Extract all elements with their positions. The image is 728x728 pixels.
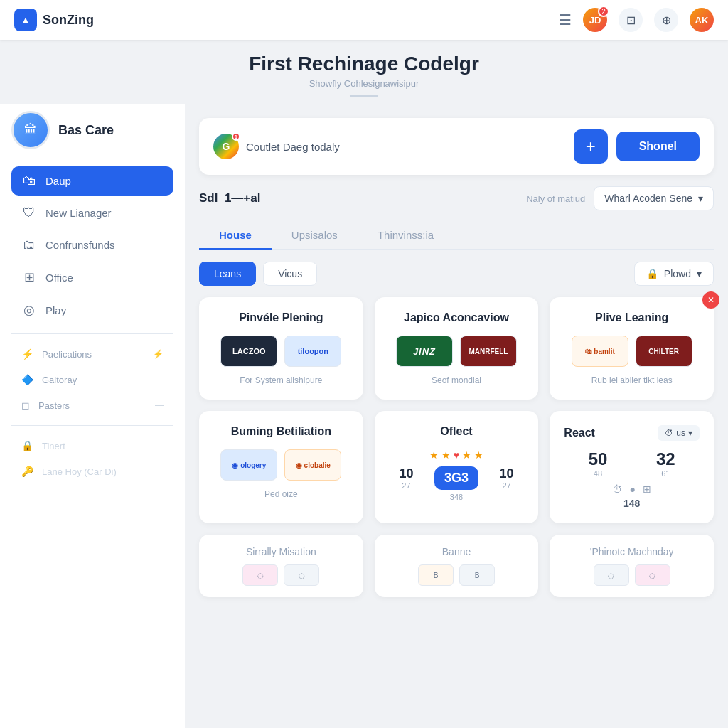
us-badge-label: us (676, 428, 685, 438)
galtoray-icon: 🔷 (21, 374, 33, 385)
us-badge[interactable]: ⏱ us ▾ (658, 425, 700, 441)
sidebar: 🏛 Bas Care 🛍 Daup 🛡 New Lianager 🗂 Confr… (0, 40, 185, 728)
card-pinvele: Pinvéle Plening LACZOO tiloopon For Syst… (199, 297, 363, 400)
timer-icon: ⏱ (665, 428, 673, 438)
logo-clobalie: ◉ clobalie (284, 449, 341, 481)
lane-label: Lane Hoy (Car Di) (42, 466, 117, 477)
sidebar-footer-tinert[interactable]: 🔒 Tinert (11, 434, 173, 457)
bottom-card-sirrally: Sirrally Misation ◌ ◌ (199, 535, 363, 597)
page-subtitle: Showfly Cohlesignawisipur (0, 78, 728, 89)
star2: ★ (441, 449, 451, 461)
card-buming-desc: Ped oize (213, 489, 349, 499)
bottom-logo-1a: ◌ (242, 564, 278, 586)
card-plive-logos: 🛍 bamlit CHILTER (564, 336, 700, 367)
layout: 🏛 Bas Care 🛍 Daup 🛡 New Lianager 🗂 Confr… (0, 40, 728, 728)
main-content: G 1 Coutlet Daeg todaly + Shonel Sdl_1—+… (185, 40, 728, 728)
card-japico-logos: JINZ MANRFELL (389, 336, 525, 367)
profile-section: 🏛 Bas Care (11, 111, 173, 149)
search-input-wrapper: G 1 Coutlet Daeg todaly (213, 134, 565, 159)
close-badge[interactable]: ✕ (702, 291, 719, 309)
sidebar-item-play[interactable]: ◎ Play (11, 295, 173, 325)
sidebar-item-play-label: Play (46, 304, 66, 316)
galtoray-right: — (155, 375, 164, 385)
logo-laczoo: LACZOO (220, 336, 277, 367)
page-title: First Rechinage Codelgr (0, 53, 728, 75)
sidebar-item-office-label: Office (46, 272, 73, 284)
plowd-select[interactable]: 🔒 Plowd ▾ (634, 262, 714, 286)
card-buming-logos: ◉ ologery ◉ clobalie (213, 449, 349, 481)
card-pinvele-title: Pinvéle Plening (213, 311, 349, 324)
sidebar-footer-lane[interactable]: 🔑 Lane Hoy (Car Di) (11, 460, 173, 483)
filter-select[interactable]: Wharl Acoden Sene ▾ (594, 186, 714, 210)
react-sub2: 61 (656, 469, 675, 478)
plowd-chevron-icon: ▾ (697, 268, 702, 279)
paelications-label: Paelications (42, 349, 92, 360)
stars-row: ★ ★ ♥ ★ ★ (389, 449, 525, 461)
logo-ologery: ◉ ologery (220, 449, 277, 481)
oflect-total: 348 (389, 493, 525, 501)
search-action-bar: G 1 Coutlet Daeg todaly + Shonel (199, 118, 714, 175)
bottom-logo-2a: B (418, 564, 454, 586)
sidebar-divider2 (11, 425, 173, 426)
paelications-right: ⚡ (153, 349, 164, 359)
react-icon2: ● (629, 483, 635, 495)
daup-icon: 🛍 (21, 173, 37, 188)
confrunds-icon: 🗂 (21, 237, 37, 252)
react-big2: 32 (656, 449, 675, 469)
chevron-down-icon: ▾ (698, 193, 703, 204)
logo-chilter: CHILTER (636, 336, 692, 367)
bottom-logo-2b: B (459, 564, 495, 586)
logo-bamlit: 🛍 bamlit (572, 336, 628, 367)
logo-manrfell: MANRFELL (460, 336, 517, 367)
tab-thinvinss[interactable]: Thinvinss:ia (358, 222, 454, 250)
sidebar-item-confrunds[interactable]: 🗂 Confrunsfunds (11, 230, 173, 259)
react-card-header: React ⏱ us ▾ (564, 425, 700, 441)
shonel-button[interactable]: Shonel (616, 132, 700, 161)
bottom-card-banne-title: Banne (386, 546, 528, 557)
bottom-logo-1b: ◌ (284, 564, 319, 586)
filter-title: Sdl_1—+al (199, 191, 518, 205)
screen-share-icon[interactable]: ⊡ (619, 8, 643, 32)
oflect-right-num: 10 (500, 466, 514, 481)
bottom-logo-3b: ◌ (635, 564, 670, 586)
add-button[interactable]: + (574, 129, 608, 164)
star1: ★ (429, 449, 439, 461)
search-text[interactable]: Coutlet Daeg todaly (246, 141, 565, 153)
card-pinvele-logos: LACZOO tiloopon (213, 336, 349, 367)
logo-area: ▲ SonZing (14, 9, 94, 31)
react-numbers: 50 48 32 61 (564, 449, 700, 478)
logo-jinz: JINZ (396, 336, 453, 367)
tab-house[interactable]: House (199, 222, 272, 250)
profile-avatar: 🏛 (11, 111, 50, 149)
bottom-logo-row-2: B B (386, 564, 528, 586)
bottom-logo-row-3: ◌ ◌ (561, 564, 702, 586)
bottom-card-phinotc: 'Phinotc Machnday ◌ ◌ (550, 535, 714, 597)
tab-upsisalos[interactable]: Upsisalos (272, 222, 358, 250)
views-toggle[interactable]: Vicus (263, 262, 317, 286)
star3: ♥ (454, 449, 459, 461)
react-icons-row: ⏱ ● ⊞ (564, 483, 700, 495)
user2-avatar[interactable]: AK (690, 8, 714, 32)
react-icon1: ⏱ (612, 483, 622, 495)
oflect-left-num: 10 (399, 466, 413, 481)
cards-controls: Leans Vicus 🔒 Plowd ▾ (199, 262, 714, 286)
card-buming: Buming Betiliation ◉ ologery ◉ clobalie … (199, 411, 363, 523)
add-circle-icon[interactable]: ⊕ (654, 8, 678, 32)
hamburger-icon[interactable]: ☰ (559, 11, 572, 28)
card-buming-title: Buming Betiliation (213, 425, 349, 438)
leans-toggle[interactable]: Leans (199, 262, 256, 286)
sidebar-item-daup[interactable]: 🛍 Daup (11, 166, 173, 196)
sidebar-item-office[interactable]: ⊞ Office (11, 262, 173, 292)
card-plive: Plive Leaning 🛍 bamlit CHILTER Rub iel a… (550, 297, 714, 400)
newlianager-icon: 🛡 (21, 205, 37, 220)
react-icon3: ⊞ (643, 483, 651, 495)
react-num2: 32 61 (656, 449, 675, 478)
sidebar-sub-galtoray[interactable]: 🔷 Galtoray — (11, 368, 173, 391)
sidebar-sub-pasters[interactable]: ◻ Pasters — (11, 394, 173, 417)
sidebar-item-newlianager[interactable]: 🛡 New Lianager (11, 198, 173, 228)
card-japico-title: Japico Aconcaviow (389, 311, 525, 324)
star5: ★ (474, 449, 483, 461)
react-big1: 50 (589, 449, 608, 469)
page-title-area: First Rechinage Codelgr Showfly Cohlesig… (0, 40, 728, 104)
sidebar-sub-paelications[interactable]: ⚡ Paelications ⚡ (11, 343, 173, 365)
